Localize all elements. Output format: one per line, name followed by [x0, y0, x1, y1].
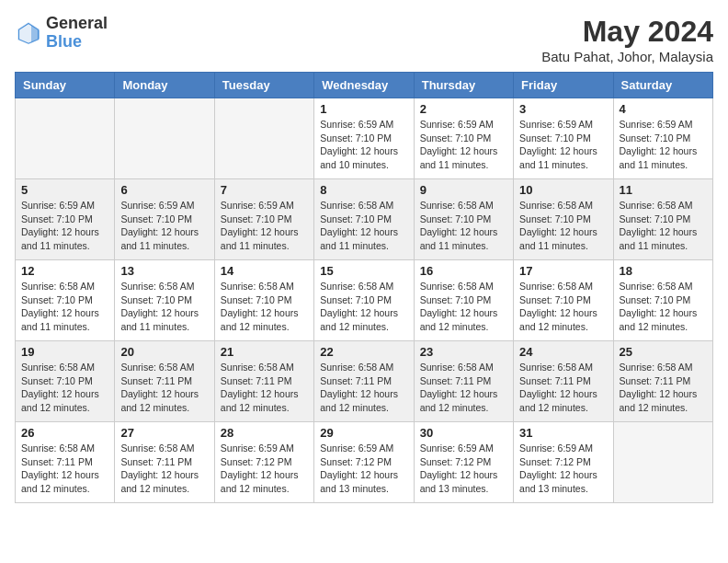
day-number: 20 — [120, 345, 208, 359]
calendar-cell: 23Sunrise: 6:58 AM Sunset: 7:11 PM Dayli… — [414, 341, 513, 422]
calendar-cell: 27Sunrise: 6:58 AM Sunset: 7:11 PM Dayli… — [115, 422, 214, 503]
calendar-cell: 17Sunrise: 6:58 AM Sunset: 7:10 PM Dayli… — [514, 260, 613, 341]
calendar-cell: 31Sunrise: 6:59 AM Sunset: 7:12 PM Dayli… — [514, 422, 613, 503]
day-info: Sunrise: 6:58 AM Sunset: 7:10 PM Dayligh… — [620, 280, 707, 334]
day-info: Sunrise: 6:59 AM Sunset: 7:12 PM Dayligh… — [519, 442, 607, 496]
day-info: Sunrise: 6:58 AM Sunset: 7:11 PM Dayligh… — [320, 361, 407, 415]
calendar-cell: 25Sunrise: 6:58 AM Sunset: 7:11 PM Dayli… — [613, 341, 712, 422]
day-info: Sunrise: 6:58 AM Sunset: 7:11 PM Dayligh… — [120, 361, 208, 415]
calendar-cell — [613, 422, 712, 503]
calendar-cell: 8Sunrise: 6:58 AM Sunset: 7:10 PM Daylig… — [314, 179, 414, 260]
calendar-cell: 11Sunrise: 6:58 AM Sunset: 7:10 PM Dayli… — [613, 179, 712, 260]
logo-text: General Blue — [46, 15, 108, 52]
day-info: Sunrise: 6:59 AM Sunset: 7:10 PM Dayligh… — [221, 199, 308, 253]
logo-blue: Blue — [46, 33, 108, 52]
page-header: General Blue May 2024 Batu Pahat, Johor,… — [15, 15, 713, 64]
logo: General Blue — [15, 15, 108, 52]
calendar-cell: 9Sunrise: 6:58 AM Sunset: 7:10 PM Daylig… — [414, 179, 513, 260]
calendar-cell: 1Sunrise: 6:59 AM Sunset: 7:10 PM Daylig… — [314, 98, 414, 179]
calendar-cell: 16Sunrise: 6:58 AM Sunset: 7:10 PM Dayli… — [414, 260, 513, 341]
calendar-cell: 3Sunrise: 6:59 AM Sunset: 7:10 PM Daylig… — [514, 98, 613, 179]
calendar-cell: 15Sunrise: 6:58 AM Sunset: 7:10 PM Dayli… — [314, 260, 414, 341]
day-info: Sunrise: 6:58 AM Sunset: 7:11 PM Dayligh… — [120, 442, 208, 496]
day-info: Sunrise: 6:59 AM Sunset: 7:12 PM Dayligh… — [420, 442, 507, 496]
day-info: Sunrise: 6:58 AM Sunset: 7:10 PM Dayligh… — [21, 280, 108, 334]
day-info: Sunrise: 6:58 AM Sunset: 7:11 PM Dayligh… — [221, 361, 308, 415]
day-info: Sunrise: 6:59 AM Sunset: 7:10 PM Dayligh… — [519, 118, 607, 172]
day-info: Sunrise: 6:58 AM Sunset: 7:11 PM Dayligh… — [420, 361, 507, 415]
day-number: 12 — [21, 264, 108, 278]
calendar-cell: 6Sunrise: 6:59 AM Sunset: 7:10 PM Daylig… — [115, 179, 214, 260]
calendar-cell: 24Sunrise: 6:58 AM Sunset: 7:11 PM Dayli… — [514, 341, 613, 422]
calendar-cell: 30Sunrise: 6:59 AM Sunset: 7:12 PM Dayli… — [414, 422, 513, 503]
day-header-sunday: Sunday — [16, 73, 115, 98]
day-number: 8 — [320, 183, 407, 197]
day-header-thursday: Thursday — [414, 73, 513, 98]
logo-general: General — [46, 15, 108, 33]
calendar-week-row: 1Sunrise: 6:59 AM Sunset: 7:10 PM Daylig… — [16, 98, 713, 179]
calendar-cell — [214, 98, 313, 179]
day-info: Sunrise: 6:59 AM Sunset: 7:10 PM Dayligh… — [21, 199, 108, 253]
calendar-cell — [16, 98, 115, 179]
calendar-week-row: 26Sunrise: 6:58 AM Sunset: 7:11 PM Dayli… — [16, 422, 713, 503]
day-header-saturday: Saturday — [613, 73, 712, 98]
day-number: 28 — [221, 426, 308, 440]
calendar-week-row: 5Sunrise: 6:59 AM Sunset: 7:10 PM Daylig… — [16, 179, 713, 260]
calendar-cell: 28Sunrise: 6:59 AM Sunset: 7:12 PM Dayli… — [214, 422, 313, 503]
day-number: 10 — [519, 183, 607, 197]
day-number: 14 — [221, 264, 308, 278]
day-info: Sunrise: 6:58 AM Sunset: 7:10 PM Dayligh… — [320, 280, 407, 334]
day-info: Sunrise: 6:58 AM Sunset: 7:11 PM Dayligh… — [620, 361, 707, 415]
day-info: Sunrise: 6:58 AM Sunset: 7:10 PM Dayligh… — [519, 280, 607, 334]
day-info: Sunrise: 6:58 AM Sunset: 7:10 PM Dayligh… — [519, 199, 607, 253]
day-info: Sunrise: 6:58 AM Sunset: 7:10 PM Dayligh… — [221, 280, 308, 334]
calendar-cell — [115, 98, 214, 179]
day-number: 16 — [420, 264, 507, 278]
calendar-cell: 18Sunrise: 6:58 AM Sunset: 7:10 PM Dayli… — [613, 260, 712, 341]
calendar-cell: 5Sunrise: 6:59 AM Sunset: 7:10 PM Daylig… — [16, 179, 115, 260]
day-number: 27 — [120, 426, 208, 440]
day-number: 7 — [221, 183, 308, 197]
day-number: 31 — [519, 426, 607, 440]
day-number: 19 — [21, 345, 108, 359]
calendar-table: SundayMondayTuesdayWednesdayThursdayFrid… — [15, 72, 713, 503]
calendar-cell: 12Sunrise: 6:58 AM Sunset: 7:10 PM Dayli… — [16, 260, 115, 341]
day-number: 22 — [320, 345, 407, 359]
day-number: 21 — [221, 345, 308, 359]
calendar-week-row: 12Sunrise: 6:58 AM Sunset: 7:10 PM Dayli… — [16, 260, 713, 341]
day-number: 26 — [21, 426, 108, 440]
day-info: Sunrise: 6:59 AM Sunset: 7:10 PM Dayligh… — [320, 118, 407, 172]
month-title: May 2024 — [541, 15, 713, 49]
title-block: May 2024 Batu Pahat, Johor, Malaysia — [541, 15, 713, 64]
calendar-cell: 29Sunrise: 6:59 AM Sunset: 7:12 PM Dayli… — [314, 422, 414, 503]
day-info: Sunrise: 6:58 AM Sunset: 7:11 PM Dayligh… — [21, 442, 108, 496]
day-header-tuesday: Tuesday — [214, 73, 313, 98]
calendar-cell: 13Sunrise: 6:58 AM Sunset: 7:10 PM Dayli… — [115, 260, 214, 341]
day-info: Sunrise: 6:58 AM Sunset: 7:10 PM Dayligh… — [21, 361, 108, 415]
day-number: 13 — [120, 264, 208, 278]
calendar-cell: 19Sunrise: 6:58 AM Sunset: 7:10 PM Dayli… — [16, 341, 115, 422]
day-header-wednesday: Wednesday — [314, 73, 414, 98]
day-number: 15 — [320, 264, 407, 278]
day-number: 2 — [420, 102, 507, 116]
calendar-cell: 4Sunrise: 6:59 AM Sunset: 7:10 PM Daylig… — [613, 98, 712, 179]
day-info: Sunrise: 6:59 AM Sunset: 7:10 PM Dayligh… — [120, 199, 208, 253]
calendar-cell: 22Sunrise: 6:58 AM Sunset: 7:11 PM Dayli… — [314, 341, 414, 422]
day-info: Sunrise: 6:59 AM Sunset: 7:10 PM Dayligh… — [420, 118, 507, 172]
day-info: Sunrise: 6:58 AM Sunset: 7:10 PM Dayligh… — [420, 199, 507, 253]
day-info: Sunrise: 6:58 AM Sunset: 7:10 PM Dayligh… — [320, 199, 407, 253]
location: Batu Pahat, Johor, Malaysia — [541, 49, 713, 64]
day-number: 30 — [420, 426, 507, 440]
day-number: 11 — [620, 183, 707, 197]
day-info: Sunrise: 6:58 AM Sunset: 7:10 PM Dayligh… — [420, 280, 507, 334]
day-number: 1 — [320, 102, 407, 116]
calendar-cell: 21Sunrise: 6:58 AM Sunset: 7:11 PM Dayli… — [214, 341, 313, 422]
calendar-week-row: 19Sunrise: 6:58 AM Sunset: 7:10 PM Dayli… — [16, 341, 713, 422]
day-info: Sunrise: 6:58 AM Sunset: 7:10 PM Dayligh… — [620, 199, 707, 253]
day-header-monday: Monday — [115, 73, 214, 98]
day-number: 6 — [120, 183, 208, 197]
day-number: 3 — [519, 102, 607, 116]
day-number: 25 — [620, 345, 707, 359]
day-number: 29 — [320, 426, 407, 440]
calendar-header-row: SundayMondayTuesdayWednesdayThursdayFrid… — [16, 73, 713, 98]
